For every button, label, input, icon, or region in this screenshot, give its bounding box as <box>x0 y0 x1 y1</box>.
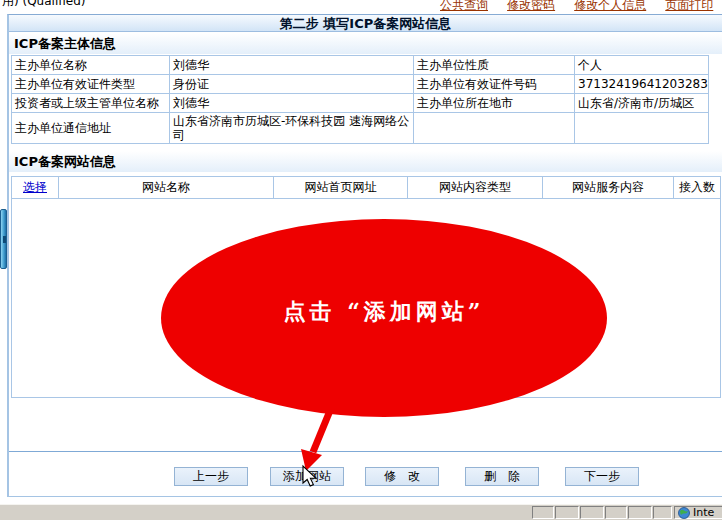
add-website-button[interactable]: 添加网站 <box>270 467 344 486</box>
field-value: 371324196412032834 <box>575 75 709 94</box>
field-label: 主办单位所在地市 <box>414 94 575 113</box>
browser-viewport: 用) (Qualified) 公共查询 修改密码 修改个人信息 页面打印 退出 … <box>0 0 722 520</box>
field-value: 山东省济南市历城区-环保科技园 速海网络公司 <box>170 113 414 144</box>
left-edge-scrollbar-thumb[interactable] <box>0 209 7 269</box>
qualified-status-text: 用) (Qualified) <box>2 0 86 10</box>
status-pane <box>580 506 604 519</box>
field-label: 主办单位有效证件号码 <box>414 75 575 94</box>
select-column-header: 选择 <box>12 177 59 199</box>
field-value: 个人 <box>575 56 709 75</box>
top-nav-links: 公共查询 修改密码 修改个人信息 页面打印 退出 <box>440 0 722 14</box>
subject-section-heading: ICP备案主体信息 <box>9 33 722 54</box>
internet-zone-pane: Inte <box>674 506 722 519</box>
column-header-access-count: 接入数 <box>674 177 721 199</box>
divider-line <box>9 451 722 452</box>
status-pane <box>628 506 652 519</box>
select-link[interactable]: 选择 <box>23 180 47 194</box>
column-header-service-content: 网站服务内容 <box>543 177 674 199</box>
top-link-edit-profile[interactable]: 修改个人信息 <box>574 0 646 12</box>
field-label: 主办单位名称 <box>12 56 170 75</box>
field-value: 山东省/济南市/历城区 <box>575 94 709 113</box>
top-link-print-page[interactable]: 页面打印 <box>665 0 713 12</box>
annotation-text: 点击 “添加网站” <box>284 297 485 327</box>
delete-button[interactable]: 删 除 <box>465 467 539 486</box>
field-label: 主办单位性质 <box>414 56 575 75</box>
scrollbar-thumb-grip <box>3 236 6 243</box>
page-title: 第二步 填写ICP备案网站信息 <box>9 15 722 32</box>
modify-button[interactable]: 修 改 <box>365 467 439 486</box>
field-value: 刘德华 <box>170 56 414 75</box>
field-label: 投资者或上级主管单位名称 <box>12 94 170 113</box>
site-table-header-row: 选择 网站名称 网站首页网址 网站内容类型 网站服务内容 接入数 <box>12 177 721 199</box>
field-value: 身份证 <box>170 75 414 94</box>
prev-step-button[interactable]: 上一步 <box>174 467 248 486</box>
field-value <box>575 113 709 144</box>
subject-info-table: 主办单位名称 刘德华 主办单位性质 个人 主办单位有效证件类型 身份证 主办单位… <box>11 55 709 144</box>
table-row: 投资者或上级主管单位名称 刘德华 主办单位所在地市 山东省/济南市/历城区 <box>12 94 709 113</box>
globe-icon <box>678 507 690 519</box>
status-bar: Inte <box>0 504 722 520</box>
zone-label: Inte <box>693 506 714 519</box>
column-header-site-name: 网站名称 <box>59 177 274 199</box>
field-label: 主办单位通信地址 <box>12 113 170 144</box>
field-label <box>414 113 575 144</box>
top-link-change-password[interactable]: 修改密码 <box>507 0 555 12</box>
top-link-public-query[interactable]: 公共查询 <box>440 0 488 12</box>
column-header-homepage-url: 网站首页网址 <box>274 177 408 199</box>
field-label: 主办单位有效证件类型 <box>12 75 170 94</box>
status-pane <box>653 506 672 519</box>
next-step-button[interactable]: 下一步 <box>565 467 639 486</box>
table-row: 主办单位通信地址 山东省济南市历城区-环保科技园 速海网络公司 <box>12 113 709 144</box>
status-pane <box>605 506 627 519</box>
status-pane <box>555 506 579 519</box>
site-section-heading: ICP备案网站信息 <box>9 151 722 172</box>
annotation-ellipse: 点击 “添加网站” <box>161 219 607 417</box>
status-pane <box>532 506 554 519</box>
field-value: 刘德华 <box>170 94 414 113</box>
table-row: 主办单位名称 刘德华 主办单位性质 个人 <box>12 56 709 75</box>
table-row: 主办单位有效证件类型 身份证 主办单位有效证件号码 37132419641203… <box>12 75 709 94</box>
column-header-content-type: 网站内容类型 <box>408 177 543 199</box>
